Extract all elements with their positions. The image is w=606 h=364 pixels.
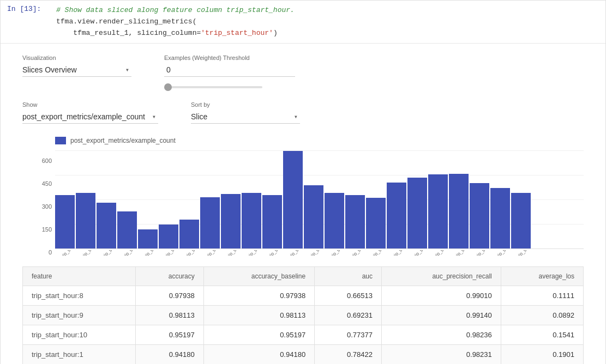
x-label-6: trip_s... [182,250,200,256]
show-select-wrapper[interactable]: post_export_metrics/example_countaccurac… [22,110,158,124]
x-label-20: trip_s... [472,250,490,256]
table-row: trip_start_hour:80.979380.979380.665130.… [23,286,584,306]
threshold-control: Examples (Weighted) Threshold [164,54,295,90]
header-row: feature accuracy accuracy_baseline auc a… [23,267,584,286]
x-labels: trip_s...trip_s...trip_s...trip_s...trip… [55,250,584,256]
code-func-arg: tfma_result_1, slicing_column= [56,29,201,37]
col-auc-precision-recall: auc_precision_recall [382,267,501,286]
bar-18 [428,174,448,248]
x-label-10: trip_s... [265,250,283,256]
code-line-2: tfma.view.render_slicing_metrics( [56,16,599,28]
visualization-select[interactable]: Slices OverviewMetrics Histogram [22,63,131,77]
y-label-150: 150 [33,226,52,233]
cell-accuracy_baseline-2: 0.95197 [203,325,314,345]
x-label-3: trip_s... [120,250,138,256]
code-func: tfma.view.render_slicing_metrics( [56,17,196,26]
x-label-21: trip_s... [493,250,511,256]
x-label-5: trip_s... [161,250,179,256]
cell-auc-1: 0.69231 [315,306,382,325]
sort-select-wrapper[interactable]: SliceMetric Value [191,110,300,124]
cell-accuracy-0: 0.97938 [136,286,203,306]
x-label-16: trip_s... [389,250,407,256]
sort-select[interactable]: SliceMetric Value [191,110,300,124]
y-label-0: 0 [33,249,52,256]
col-auc: auc [315,267,382,286]
bar-21 [490,188,510,248]
x-label-8: trip_s... [224,250,242,256]
bar-4 [138,229,158,249]
code-block: # Show data sliced along feature column … [50,1,605,43]
col-accuracy-baseline: accuracy_baseline [203,267,314,286]
bars-container [55,151,584,249]
grid-line-450 [55,175,584,175]
table-row: trip_start_hour:90.981130.981130.692310.… [23,306,584,325]
bar-16 [387,183,406,249]
cell-accuracy_baseline-3: 0.94180 [203,345,314,364]
show-control: Show post_export_metrics/example_countac… [22,101,158,124]
bar-15 [366,198,386,248]
show-select[interactable]: post_export_metrics/example_countaccurac… [22,110,158,124]
bar-22 [511,193,531,248]
cell-feature-1: trip_start_hour:9 [23,306,136,325]
cell-auc_precision_recall-1: 0.99140 [382,306,501,325]
threshold-label: Examples (Weighted) Threshold [164,54,295,61]
bar-6 [179,220,199,249]
cell-accuracy_baseline-0: 0.97938 [203,286,314,306]
threshold-input[interactable] [164,63,295,77]
bar-8 [221,194,241,248]
x-label-18: trip_s... [431,250,449,256]
cell-feature-2: trip_start_hour:10 [23,325,136,345]
sort-label: Sort by [191,101,300,108]
bar-19 [449,174,469,249]
x-label-2: trip_s... [99,250,117,256]
x-label-19: trip_s... [452,250,470,256]
show-label: Show [22,101,158,108]
cell-input: In [13]: # Show data sliced along featur… [1,1,605,44]
cell-average_los-0: 0.1111 [501,286,583,306]
bar-0 [55,195,75,248]
x-label-1: trip_s... [79,250,97,256]
x-label-15: trip_s... [369,250,387,256]
y-axis: 0 150 300 450 600 [33,157,55,256]
bar-7 [200,197,220,249]
cell-accuracy-2: 0.95197 [136,325,203,345]
controls-row-1: Visualization Slices OverviewMetrics His… [22,54,584,90]
cell-label: In [13]: [1,1,50,43]
threshold-slider[interactable] [164,86,262,88]
x-label-11: trip_s... [286,250,304,256]
cell-average_los-2: 0.1541 [501,325,583,345]
x-label-22: trip_s... [514,250,532,256]
x-label-12: trip_s... [307,250,325,256]
sort-control: Sort by SliceMetric Value [191,101,300,124]
chart-legend: post_export_metrics/example_count [55,137,584,144]
cell-auc_precision_recall-3: 0.98231 [382,345,501,364]
x-label-17: trip_s... [410,250,428,256]
grid-line-600 [55,150,584,151]
x-label-0: trip_s... [58,250,76,256]
y-label-450: 450 [33,180,52,187]
cell-accuracy-3: 0.94180 [136,345,203,364]
bar-11 [283,151,303,248]
cell-auc_precision_recall-2: 0.98236 [382,325,501,345]
cell-average_los-1: 0.0892 [501,306,583,325]
table-header: feature accuracy accuracy_baseline auc a… [23,267,584,286]
table-row: trip_start_hour:100.951970.951970.773770… [23,325,584,345]
legend-color-box [55,137,66,144]
visualization-select-wrapper[interactable]: Slices OverviewMetrics Histogram [22,63,131,77]
data-table: feature accuracy accuracy_baseline auc a… [22,266,584,364]
cell-feature-0: trip_start_hour:8 [23,286,136,306]
bar-17 [407,178,427,249]
table-row: trip_start_hour:10.941800.941800.784220.… [23,345,584,364]
y-label-300: 300 [33,203,52,210]
bar-1 [76,193,95,248]
cell-accuracy_baseline-1: 0.98113 [203,306,314,325]
code-line-3: tfma_result_1, slicing_column='trip_star… [56,28,599,39]
table-body: trip_start_hour:80.979380.979380.665130.… [23,286,584,364]
x-label-7: trip_s... [203,250,221,256]
bar-13 [325,193,344,248]
cell-feature-3: trip_start_hour:1 [23,345,136,364]
visualization-control: Visualization Slices OverviewMetrics His… [22,54,131,77]
cell-accuracy-1: 0.98113 [136,306,203,325]
bar-10 [262,195,282,248]
cell-auc-3: 0.78422 [315,345,382,364]
